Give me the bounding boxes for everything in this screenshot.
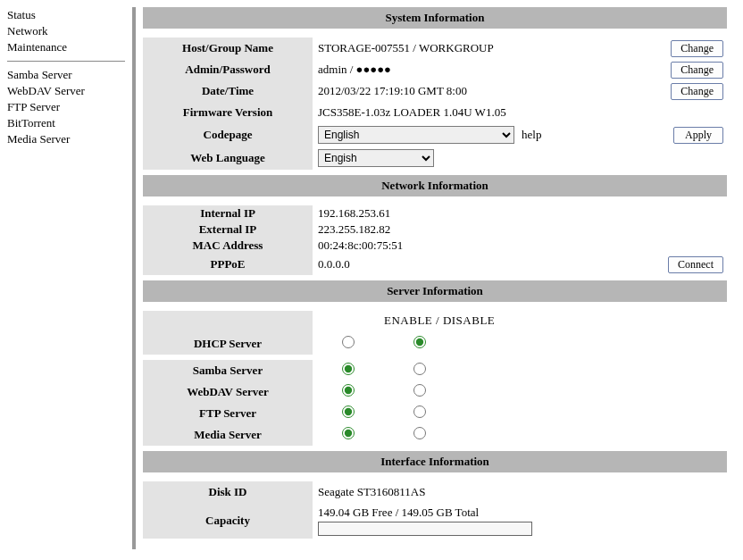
system-table: Host/Group Name STORAGE-007551 / WORKGRO…: [143, 38, 727, 170]
internal-ip-value: 192.168.253.61: [313, 205, 727, 221]
disk-id-value: Seagate ST3160811AS: [313, 481, 727, 503]
dhcp-label: DHCP Server: [143, 333, 313, 355]
date-time-value: 2012/03/22 17:19:10 GMT 8:00: [313, 80, 655, 102]
firmware-label: Firmware Version: [143, 102, 313, 123]
section-header-network: Network Information: [143, 175, 727, 196]
webdav-enable-radio[interactable]: [342, 384, 355, 397]
change-date-button[interactable]: Change: [671, 83, 723, 100]
pppoe-value: 0.0.0.0: [313, 254, 655, 275]
network-table: Internal IP 192.168.253.61 External IP 2…: [143, 205, 727, 275]
pppoe-label: PPPoE: [143, 254, 313, 275]
sidebar: Status Network Maintenance Samba Server …: [7, 7, 132, 549]
server-table-services: Samba Server WebDAV Server FTP Server Me…: [143, 360, 727, 446]
sidebar-item-status[interactable]: Status: [7, 7, 125, 23]
ftp-label: FTP Server: [143, 403, 313, 424]
internal-ip-label: Internal IP: [143, 205, 313, 221]
connect-pppoe-button[interactable]: Connect: [668, 256, 723, 273]
capacity-bar: [318, 522, 532, 536]
external-ip-value: 223.255.182.82: [313, 221, 727, 238]
capacity-value: 149.04 GB Free / 149.05 GB Total: [313, 503, 727, 522]
admin-password-label: Admin/Password: [143, 59, 313, 80]
sidebar-item-maintenance[interactable]: Maintenance: [7, 39, 125, 55]
dhcp-disable-radio[interactable]: [413, 336, 426, 348]
capacity-label: Capacity: [143, 503, 313, 539]
apply-codepage-button[interactable]: Apply: [673, 127, 723, 144]
main-content: System Information Host/Group Name STORA…: [143, 7, 743, 549]
date-time-label: Date/Time: [143, 80, 313, 102]
server-table-dhcp: ENABLE / DISABLE DHCP Server: [143, 311, 727, 355]
codepage-help: help: [522, 128, 541, 142]
weblang-select[interactable]: Engish: [318, 149, 434, 167]
vertical-divider: [132, 7, 136, 549]
sidebar-item-network[interactable]: Network: [7, 23, 125, 39]
samba-label: Samba Server: [143, 360, 313, 381]
media-enable-radio[interactable]: [342, 427, 355, 439]
media-disable-radio[interactable]: [413, 427, 426, 439]
weblang-label: Web Language: [143, 146, 313, 170]
ftp-enable-radio[interactable]: [342, 405, 355, 418]
admin-password-value: admin / ●●●●●: [313, 59, 655, 80]
sidebar-item-ftp[interactable]: FTP Server: [7, 99, 125, 115]
host-group-label: Host/Group Name: [143, 38, 313, 59]
sidebar-item-webdav[interactable]: WebDAV Server: [7, 83, 125, 99]
dhcp-enable-radio[interactable]: [342, 336, 355, 348]
host-group-value: STORAGE-007551 / WORKGROUP: [313, 38, 655, 59]
mac-value: 00:24:8c:00:75:51: [313, 238, 727, 254]
interface-table: Disk ID Seagate ST3160811AS Capacity 149…: [143, 481, 727, 539]
enable-disable-header: ENABLE / DISABLE: [384, 313, 495, 327]
codepage-select[interactable]: English: [318, 126, 514, 144]
samba-disable-radio[interactable]: [413, 363, 426, 375]
samba-enable-radio[interactable]: [342, 363, 355, 375]
mac-label: MAC Address: [143, 238, 313, 254]
change-host-button[interactable]: Change: [671, 40, 723, 57]
mediasrv-label: Media Server: [143, 424, 313, 446]
disk-id-label: Disk ID: [143, 481, 313, 503]
webdav-disable-radio[interactable]: [413, 384, 426, 397]
section-header-interface: Interface Information: [143, 451, 727, 472]
external-ip-label: External IP: [143, 221, 313, 238]
sidebar-divider: [7, 61, 125, 62]
firmware-value: JCS358E-1.03z LOADER 1.04U W1.05: [313, 102, 727, 123]
webdav-label: WebDAV Server: [143, 381, 313, 403]
sidebar-item-bittorrent[interactable]: BitTorrent: [7, 115, 125, 131]
ftp-disable-radio[interactable]: [413, 405, 426, 418]
section-header-system: System Information: [143, 7, 727, 29]
sidebar-item-media[interactable]: Media Server: [7, 131, 125, 147]
codepage-label: Codepage: [143, 123, 313, 146]
change-admin-button[interactable]: Change: [671, 62, 723, 79]
sidebar-item-samba[interactable]: Samba Server: [7, 67, 125, 83]
section-header-server: Server Information: [143, 280, 727, 302]
